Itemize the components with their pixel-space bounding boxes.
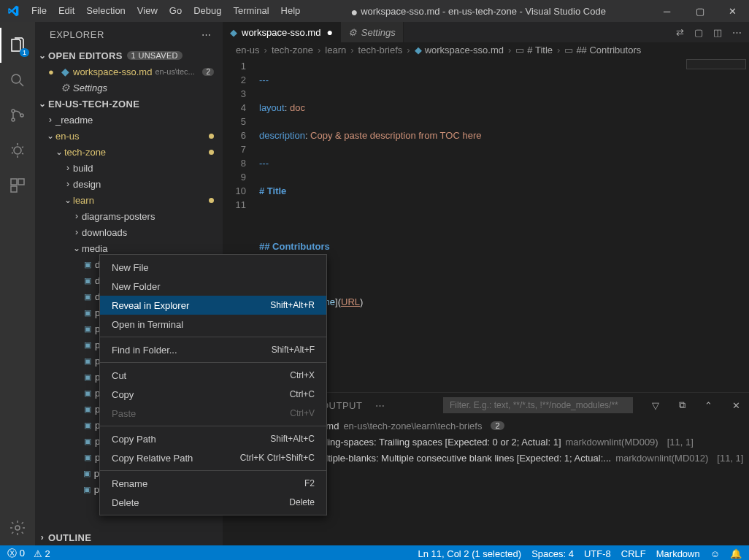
- tab-settings[interactable]: ⚙ Settings: [341, 22, 404, 42]
- menu-view[interactable]: View: [131, 0, 164, 22]
- folder-downloads[interactable]: ›downloads: [35, 224, 223, 240]
- activity-debug[interactable]: [0, 133, 35, 168]
- ctx-copy-path[interactable]: Copy PathShift+Alt+C: [100, 429, 326, 448]
- chevron-down-icon: ⌄: [37, 99, 48, 109]
- svg-point-1: [12, 110, 15, 112]
- status-language[interactable]: Markdown: [656, 548, 700, 559]
- maximize-button[interactable]: ▢: [683, 0, 716, 22]
- status-warnings[interactable]: ⚠ 2: [34, 548, 50, 559]
- open-editors-header[interactable]: ⌄ OPEN EDITORS 1 UNSAVED: [35, 47, 223, 64]
- image-icon: ▣: [80, 388, 95, 398]
- code-content[interactable]: --- layout: doc description: Copy & past…: [259, 58, 749, 392]
- activity-settings[interactable]: [0, 510, 35, 545]
- image-icon: ▣: [80, 276, 95, 285]
- ctx-rename[interactable]: RenameF2: [100, 474, 326, 493]
- separator: [100, 470, 326, 471]
- ctx-find-folder[interactable]: Find in Folder...Shift+Alt+F: [100, 340, 326, 359]
- bell-icon[interactable]: 🔔: [730, 548, 742, 559]
- open-editor-item[interactable]: ⚙ Settings: [35, 80, 223, 96]
- collapse-icon[interactable]: ⧉: [679, 399, 686, 411]
- status-errors[interactable]: ⓧ 0: [7, 547, 25, 560]
- panel-tab-output[interactable]: OUTPUT: [321, 400, 362, 411]
- folder-tech-zone[interactable]: ⌄tech-zone: [35, 144, 223, 160]
- separator: [100, 426, 326, 426]
- ctx-cut[interactable]: CutCtrl+X: [100, 366, 326, 385]
- image-icon: ▣: [80, 372, 95, 382]
- markdown-icon: ◆: [230, 27, 237, 38]
- image-icon: ▣: [80, 260, 95, 269]
- folder-en-us[interactable]: ⌄en-us: [35, 128, 223, 144]
- activity-bar: 1: [0, 22, 35, 545]
- ctx-new-file[interactable]: New File: [100, 258, 326, 277]
- more-icon[interactable]: ⋯: [201, 29, 212, 40]
- menu-selection[interactable]: Selection: [80, 0, 131, 22]
- separator: [100, 362, 326, 363]
- status-spaces[interactable]: Spaces: 4: [531, 548, 574, 559]
- folder-diagrams[interactable]: ›diagrams-posters: [35, 208, 223, 224]
- menu-go[interactable]: Go: [164, 0, 188, 22]
- minimize-button[interactable]: ─: [650, 0, 683, 22]
- settings-icon: ⚙: [348, 27, 357, 38]
- ctx-open-terminal[interactable]: Open in Terminal: [100, 315, 326, 334]
- feedback-icon[interactable]: ☺: [710, 548, 720, 559]
- ctx-new-folder[interactable]: New Folder: [100, 277, 326, 296]
- activity-explorer[interactable]: 1: [0, 28, 35, 63]
- chevron-right-icon: ›: [37, 532, 48, 542]
- close-icon[interactable]: ✕: [732, 400, 741, 411]
- preview-icon[interactable]: ▢: [694, 27, 703, 38]
- image-icon: ▣: [80, 485, 94, 494]
- ctx-copy[interactable]: CopyCtrl+C: [100, 385, 326, 404]
- image-icon: ▣: [80, 356, 95, 366]
- tab-workspace-sso[interactable]: ◆ workspace-sso.md ●: [223, 22, 341, 42]
- sidebar-header: EXPLORER⋯: [35, 22, 223, 47]
- status-eol[interactable]: CRLF: [621, 548, 646, 559]
- ctx-paste: PasteCtrl+V: [100, 404, 326, 423]
- activity-search[interactable]: [0, 63, 35, 98]
- ctx-delete[interactable]: DeleteDelete: [100, 493, 326, 512]
- split-icon[interactable]: ◫: [713, 27, 722, 38]
- status-encoding[interactable]: UTF-8: [584, 548, 611, 559]
- image-icon: ▣: [80, 453, 95, 462]
- more-icon[interactable]: ⋯: [375, 400, 385, 411]
- close-button[interactable]: ✕: [716, 0, 749, 22]
- menu-file[interactable]: File: [26, 0, 53, 22]
- ctx-reveal-explorer[interactable]: Reveal in ExplorerShift+Alt+R: [100, 296, 326, 315]
- image-icon: ▣: [80, 404, 95, 414]
- chevron-up-icon[interactable]: ⌃: [704, 400, 713, 411]
- menu-help[interactable]: Help: [275, 0, 307, 22]
- activity-scm[interactable]: [0, 98, 35, 133]
- more-icon[interactable]: ⋯: [732, 27, 742, 38]
- folder-readme[interactable]: ›_readme: [35, 112, 223, 128]
- activity-extensions[interactable]: [0, 168, 35, 203]
- chevron-down-icon: ⌄: [37, 50, 48, 61]
- minimap[interactable]: [683, 58, 749, 392]
- menu-bar: File Edit Selection View Go Debug Termin…: [26, 0, 306, 22]
- folder-learn[interactable]: ⌄learn: [35, 192, 223, 208]
- window-title: ●workspace-sso.md - en-us-tech-zone - Vi…: [306, 4, 650, 18]
- open-editor-item[interactable]: ● ◆ workspace-sso.md en-us\tec... 2: [35, 64, 223, 80]
- outline-header[interactable]: › OUTLINE: [35, 529, 223, 545]
- separator: [100, 337, 326, 337]
- context-menu: New File New Folder Reveal in ExplorerSh…: [99, 254, 327, 515]
- menu-debug[interactable]: Debug: [188, 0, 227, 22]
- image-icon: ▣: [80, 308, 95, 318]
- folder-design[interactable]: ›design: [35, 176, 223, 192]
- svg-point-0: [12, 74, 20, 83]
- status-lncol[interactable]: Ln 11, Col 2 (1 selected): [418, 548, 521, 559]
- folder-build[interactable]: ›build: [35, 160, 223, 176]
- breadcrumbs[interactable]: en-us› tech-zone› learn› tech-briefs› ◆ …: [223, 42, 749, 58]
- compare-icon[interactable]: ⇄: [676, 27, 684, 38]
- ctx-copy-relative-path[interactable]: Copy Relative PathCtrl+K Ctrl+Shift+C: [100, 448, 326, 467]
- settings-icon: ⚙: [57, 82, 73, 93]
- svg-point-8: [15, 526, 20, 530]
- explorer-badge: 1: [20, 48, 29, 57]
- image-icon: ▣: [80, 340, 95, 350]
- image-icon: ▣: [80, 292, 95, 302]
- menu-terminal[interactable]: Terminal: [227, 0, 274, 22]
- menu-edit[interactable]: Edit: [53, 0, 80, 22]
- markdown-icon: ◆: [415, 45, 422, 55]
- dirty-dot: ●: [350, 6, 358, 18]
- filter-icon[interactable]: ▽: [652, 400, 660, 411]
- problems-filter-input[interactable]: [443, 397, 633, 413]
- workspace-header[interactable]: ⌄ EN-US-TECH-ZONE: [35, 96, 223, 112]
